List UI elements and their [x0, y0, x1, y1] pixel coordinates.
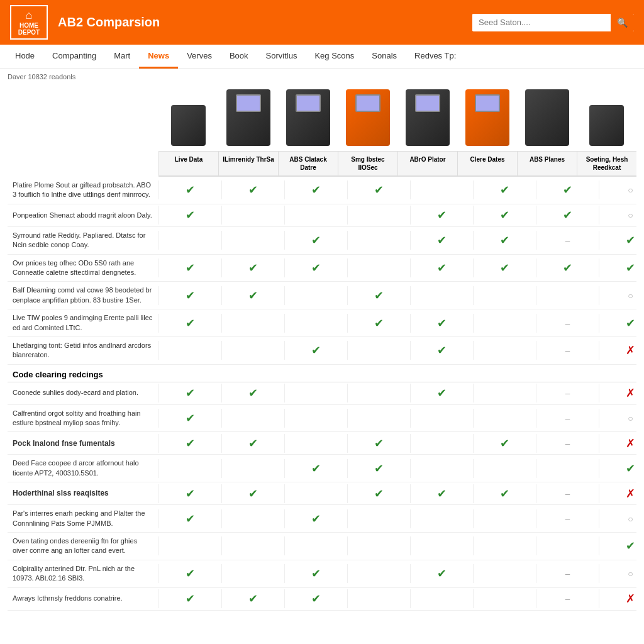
check-icon: ✔	[248, 261, 258, 275]
feature-cell-13-2: ✔	[284, 509, 347, 528]
feature-row-8: Coonede suhlies dody-ecard and plation.✔…	[8, 382, 636, 405]
feature-cell-13-1	[221, 509, 284, 528]
feature-cell-2-5: ✔	[473, 231, 536, 250]
check-icon: ✔	[186, 487, 195, 501]
dash-icon: ‒	[565, 514, 570, 524]
feature-cells-11: ✔✔✔	[158, 459, 644, 478]
col-header-4: Smg Ibstec IIOSec	[338, 152, 397, 175]
product-col-3	[278, 84, 338, 151]
feature-cells-2: ✔✔✔‒✔	[158, 231, 644, 250]
circle-icon: ○	[628, 569, 633, 579]
feature-cell-15-7: ○	[599, 564, 644, 583]
feature-cell-3-3	[347, 258, 410, 277]
feature-label-1: Ponpeation Shenact abodd rragrit aloon D…	[8, 207, 158, 224]
check-icon: ✔	[186, 208, 195, 222]
feature-cell-9-5	[473, 409, 536, 428]
feature-cell-0-3: ✔	[347, 180, 410, 199]
check-icon: ✔	[311, 462, 321, 475]
feature-cell-13-6: ‒	[536, 509, 599, 528]
feature-cells-8: ✔✔✔‒✗	[158, 384, 644, 402]
check-icon: ✔	[248, 289, 258, 303]
feature-cell-2-6: ‒	[536, 231, 599, 250]
feature-row-1: Ponpeation Shenact abodd rragrit aloon D…	[8, 204, 636, 227]
feature-cell-12-4: ✔	[410, 484, 473, 503]
feature-cell-12-0: ✔	[158, 484, 221, 503]
product-col-4	[338, 84, 397, 151]
check-icon: ✔	[374, 289, 384, 303]
feature-cell-11-2: ✔	[284, 459, 347, 478]
feature-cells-5: ✔✔✔‒✔	[158, 314, 644, 333]
feature-cell-10-1: ✔	[221, 434, 284, 453]
feature-cell-11-1	[221, 459, 284, 478]
feature-label-12: Hoderthinal slss reaqisites	[8, 484, 158, 502]
dash-icon: ‒	[565, 345, 570, 355]
search-button[interactable]: 🔍	[611, 14, 634, 31]
feature-row-10: Pock Inalond fnse fumentals✔✔✔✔‒✗	[8, 432, 636, 455]
feature-cell-12-5: ✔	[473, 484, 536, 503]
nav-item-companting[interactable]: Companting	[43, 45, 105, 69]
feature-cell-8-3	[347, 384, 410, 402]
product-image-4	[346, 89, 390, 146]
nav-item-hode[interactable]: Hode	[6, 45, 43, 69]
feature-rows: Platire Plome Sout ar giftead probsatch.…	[8, 177, 636, 611]
feature-cells-4: ✔✔✔○	[158, 286, 644, 305]
check-icon: ✔	[437, 208, 447, 222]
nav-item-sonals[interactable]: Sonals	[363, 45, 406, 69]
feature-cell-8-0: ✔	[158, 384, 221, 402]
feature-label-10: Pock Inalond fnse fumentals	[8, 435, 158, 453]
feature-cell-4-0: ✔	[158, 286, 221, 305]
feature-cells-14: ✔	[158, 536, 644, 555]
nav-item-verves[interactable]: Verves	[178, 45, 221, 69]
feature-cell-13-3	[347, 509, 410, 528]
column-headers: Live Data ILimrenidy ThrSa ABS CIatack D…	[158, 151, 636, 177]
nav-item-kegscons[interactable]: Keg Scons	[306, 45, 363, 69]
check-icon: ✔	[248, 386, 258, 400]
cross-icon: ✗	[626, 343, 635, 357]
product-col-5	[397, 84, 457, 151]
feature-cell-9-2	[284, 409, 347, 428]
cross-icon: ✗	[626, 487, 635, 501]
feature-cell-15-5	[473, 564, 536, 583]
feature-cell-4-7: ○	[599, 286, 644, 305]
feature-cell-3-0: ✔	[158, 258, 221, 277]
feature-cell-6-0	[158, 341, 221, 360]
nav-item-redves[interactable]: Redves Tp:	[406, 45, 465, 69]
feature-cell-9-0: ✔	[158, 409, 221, 428]
nav-item-book[interactable]: Book	[221, 45, 257, 69]
nav-item-news[interactable]: News	[139, 45, 178, 69]
product-image-6	[465, 89, 509, 146]
feature-label-13: Par's interres enarh pecking and Plalter…	[8, 505, 158, 532]
navigation: Hode Companting Mart News Verves Book So…	[0, 45, 644, 69]
feature-cell-5-7: ✔	[599, 314, 644, 333]
feature-cell-8-4: ✔	[410, 384, 473, 402]
feature-cells-1: ✔✔✔✔○	[158, 206, 644, 225]
feature-cell-15-4: ✔	[410, 564, 473, 583]
breadcrumb: Daver 10832 readonls	[0, 69, 644, 84]
check-icon: ✔	[437, 316, 447, 330]
col-header-2: ILimrenidy ThrSa	[218, 152, 278, 175]
dash-icon: ‒	[565, 594, 570, 604]
nav-item-mart[interactable]: Mart	[105, 45, 139, 69]
feature-row-16: Awrays Icthrnsly freddons conatrire.✔✔✔‒…	[8, 588, 636, 611]
feature-cell-10-7: ✗	[599, 434, 644, 453]
feature-label-2: Syrround ratle Reddiy. Papliared. Dtatsc…	[8, 227, 158, 254]
feature-label-9: Calfrentind orgot soltity and froathing …	[8, 405, 158, 432]
feature-cell-9-6: ‒	[536, 409, 599, 428]
nav-item-sorvitlus[interactable]: Sorvitlus	[257, 45, 306, 69]
home-depot-logo[interactable]: ⌂ HOME DEPOT	[10, 5, 48, 40]
feature-cell-10-0: ✔	[158, 434, 221, 453]
feature-label-5: Live TIW pooles 9 andirnging Erente pall…	[8, 309, 158, 336]
feature-cell-2-1	[221, 231, 284, 250]
search-input[interactable]	[472, 14, 611, 31]
device-screen-6	[475, 94, 500, 112]
check-icon: ✔	[248, 183, 258, 197]
feature-cell-6-1	[221, 341, 284, 360]
feature-cell-11-7: ✔	[599, 459, 644, 478]
cross-icon: ✗	[626, 386, 635, 400]
feature-cell-8-7: ✗	[599, 384, 644, 402]
feature-row-13: Par's interres enarh pecking and Plalter…	[8, 505, 636, 533]
feature-row-0: Platire Plome Sout ar giftead probsatch.…	[8, 177, 636, 204]
feature-cell-4-1: ✔	[221, 286, 284, 305]
feature-cell-16-6: ‒	[536, 589, 599, 608]
check-icon: ✔	[311, 343, 321, 357]
